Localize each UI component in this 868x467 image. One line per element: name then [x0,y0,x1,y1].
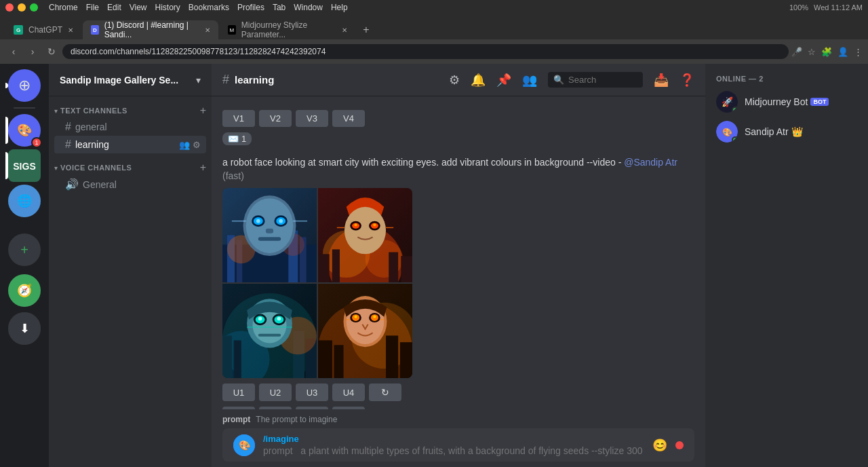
channel-header-name: learning [235,74,274,86]
refresh-button[interactable]: ↻ [369,384,401,401]
minimize-button[interactable] [18,3,26,12]
tab-chatgpt-close[interactable]: ✕ [68,26,73,34]
chat-input-box[interactable]: 🎨 /imagine 😊 [222,428,694,462]
new-tab-button[interactable]: + [357,20,376,39]
member-icon[interactable]: 👥 [179,140,190,150]
menu-view[interactable]: View [130,3,147,12]
settings-icon[interactable]: ⚙ [193,140,201,150]
server-icon-3[interactable]: 🌐 [8,185,41,217]
tab-discord[interactable]: D (1) Discord | #learning | Sandi... ✕ [83,20,218,39]
download-icon[interactable]: ⬇ [8,312,41,345]
profile-icon[interactable]: 👤 [837,47,848,57]
image-cell-1[interactable] [222,188,317,282]
svg-point-81 [373,316,376,318]
explore-server-avatar: 🧭 [8,274,41,307]
svg-text:SIGS: SIGS [13,161,35,172]
tab-midjourney[interactable]: M Midjourney Stylize Parameter... ✕ [220,20,355,39]
inbox-icon[interactable]: 📥 [654,73,669,88]
u4-button[interactable]: U4 [332,384,365,401]
server-icon-1[interactable]: 🎨 1 [8,114,41,147]
server-header[interactable]: Sandip Image Gallery Se... ▾ [49,64,212,96]
hashtag-icon-learning: # [65,138,71,151]
v1-button-top[interactable]: V1 [222,110,255,127]
main-content: # learning ⚙ 🔔 📌 👥 🔍 📥 ❓ V1 [212,64,705,467]
back-button[interactable]: ‹ [5,46,22,57]
mic-icon[interactable]: 🎤 [791,47,802,57]
robot-image-grid[interactable] [222,188,412,378]
reaction-top[interactable]: ✉️ 1 [222,132,252,145]
messages-area[interactable]: V1 V2 V3 V4 ✉️ 1 a robot face looking at… [212,96,705,409]
extensions-icon[interactable]: 🧩 [821,47,832,57]
menu-window[interactable]: Window [294,3,323,12]
voice-channels-section[interactable]: ▾ Voice Channels + [49,159,212,175]
tab-discord-label: (1) Discord | #learning | Sandi... [104,20,199,39]
u3-button[interactable]: U3 [296,384,328,401]
svg-point-43 [355,223,357,226]
address-bar[interactable]: discord.com/channels/1128282250098778123… [62,44,789,59]
svg-text:🧭: 🧭 [17,283,33,298]
v3-button-top[interactable]: V3 [296,110,328,127]
voice-section-chevron: ▾ [54,164,58,172]
more-icon[interactable]: ⋮ [854,47,863,57]
record-button[interactable] [675,441,684,449]
chat-text-input[interactable] [263,445,644,456]
menu-file[interactable]: File [86,3,99,12]
menu-help[interactable]: Help [331,3,348,12]
threads-icon[interactable]: ⚙ [449,73,460,88]
svg-point-61 [258,317,262,321]
svg-point-27 [279,219,283,223]
menu-bookmarks[interactable]: Bookmarks [189,3,229,12]
menu-tab[interactable]: Tab [273,3,285,12]
channel-general[interactable]: # general [54,118,206,136]
image-cell-4[interactable] [318,284,412,378]
discord-favicon: D [91,25,99,35]
text-channels-section[interactable]: ▾ Text Channels + [49,102,212,118]
bookmark-star-icon[interactable]: ☆ [808,47,816,57]
server-icon-sigs[interactable]: SIGS [8,149,41,182]
discord-home-icon[interactable]: ⊕ [8,69,41,102]
member-sandip[interactable]: 🎨 Sandip Atr 👑 [716,121,857,143]
server-dropdown-icon[interactable]: ▾ [196,75,201,86]
tab-discord-close[interactable]: ✕ [205,26,210,34]
menu-bar: Chrome File Edit View History Bookmarks … [49,3,348,12]
chat-input-area: prompt The prompt to imagine 🎨 /imagine … [212,409,705,467]
menu-history[interactable]: History [155,3,180,12]
slash-command: /imagine [263,434,644,444]
v2-button-top[interactable]: V2 [259,110,292,127]
channel-general-name: general [75,122,107,132]
u2-button[interactable]: U2 [259,384,292,401]
browser-toolbar: 🎤 ☆ 🧩 👤 ⋮ [791,47,863,57]
channel-voice-general[interactable]: 🔊 General [54,175,206,193]
refresh-icon: ↻ [381,387,389,398]
emoji-button[interactable]: 😊 [652,438,667,453]
v4-button-top[interactable]: V4 [332,110,365,127]
add-text-channel-button[interactable]: + [200,105,206,117]
message-block-1: V1 V2 V3 V4 ✉️ 1 [212,107,705,153]
time-display: Wed 11:12 AM [814,3,863,12]
reload-button[interactable]: ↻ [43,46,60,57]
image-cell-2[interactable] [318,188,412,282]
explore-icon[interactable]: 🧭 [8,274,41,307]
tab-chatgpt[interactable]: G ChatGPT ✕ [5,20,81,39]
search-bar[interactable]: 🔍 [548,72,643,88]
members-icon[interactable]: 👥 [522,73,537,88]
menu-chrome[interactable]: Chrome [49,3,78,12]
u1-button[interactable]: U1 [222,384,255,401]
close-button[interactable] [5,3,14,12]
forward-button[interactable]: › [24,46,41,57]
tab-midjourney-close[interactable]: ✕ [342,26,347,34]
svg-rect-68 [318,341,332,379]
member-midjourney-bot[interactable]: 🚀 Midjourney Bot BOT [716,91,857,113]
menu-profiles[interactable]: Profiles [237,3,264,12]
svg-rect-50 [222,336,232,379]
add-voice-channel-button[interactable]: + [200,162,206,174]
image-cell-3[interactable] [222,284,317,378]
add-server-button[interactable]: + [8,234,41,266]
menu-edit[interactable]: Edit [107,3,121,12]
notification-icon[interactable]: 🔔 [471,73,486,88]
channel-learning[interactable]: # learning 👥 ⚙ [54,136,206,153]
pin-icon[interactable]: 📌 [496,73,511,88]
maximize-button[interactable] [30,3,38,12]
svg-text:⬇: ⬇ [20,322,30,335]
help-icon[interactable]: ❓ [679,73,694,88]
